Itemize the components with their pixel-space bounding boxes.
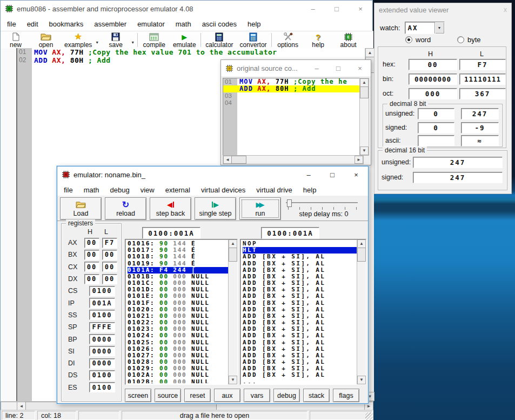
unsigned8-h-field[interactable]: 0 [418, 108, 454, 119]
code-line[interactable] [239, 99, 363, 106]
maximize-button[interactable]: □ [325, 1, 349, 17]
code-line[interactable] [239, 92, 363, 99]
scroll-thumb[interactable] [357, 248, 366, 262]
bin-l-field[interactable]: 11110111 [459, 74, 506, 85]
code-line[interactable]: MOV AX, 77H ;Copy the hex value 701 to t… [34, 48, 365, 56]
toolbar-examples-button[interactable]: ★ examples [61, 31, 95, 49]
minimize-button[interactable]: – [297, 166, 320, 183]
run-button[interactable]: ▶▶ run [239, 197, 281, 220]
source-vscrollbar[interactable]: ▲ ▼ [359, 78, 369, 156]
emu-menu-item-virtual-drive[interactable]: virtual drive [251, 186, 297, 194]
register-bp-field[interactable]: 0000 [89, 334, 115, 344]
slider-track[interactable] [286, 202, 358, 203]
disasm-row[interactable]: ADD [BX + SI], AL [243, 293, 357, 299]
load-button[interactable]: Load [60, 197, 102, 220]
emu-menu-item-help[interactable]: help [298, 186, 322, 194]
menu-item-math[interactable]: math [170, 20, 197, 28]
disasm-row[interactable]: ADD [BX + SI], AL [243, 332, 357, 339]
menu-item-ascii-codes[interactable]: ascii codes [197, 20, 242, 28]
viewer-close-icon[interactable]: x [504, 6, 507, 14]
emu-menu-item-file[interactable]: file [58, 186, 78, 194]
resize-grip[interactable] [365, 412, 373, 420]
register-ds-field[interactable]: 0100 [89, 370, 115, 381]
menu-item-assembler[interactable]: assembler [89, 20, 132, 28]
ascii-h-field[interactable] [418, 135, 454, 146]
close-button[interactable]: × [349, 60, 371, 76]
scroll-down-arrow[interactable]: ▼ [229, 376, 237, 384]
register-ss-field[interactable]: 0100 [89, 310, 115, 320]
minimize-button[interactable]: – [301, 1, 325, 17]
source-hscrollbar[interactable]: ◄ ► [223, 155, 364, 164]
scroll-thumb[interactable] [229, 248, 237, 262]
register-cx-h-field[interactable]: 00 [84, 262, 99, 272]
toolbar-open-button[interactable]: open [31, 31, 61, 49]
emu-menu-item-view[interactable]: view [135, 186, 160, 194]
register-cx-l-field[interactable]: 00 [102, 262, 117, 272]
watch-combobox[interactable]: AX ▼ [405, 22, 445, 34]
scroll-up-arrow[interactable]: ▲ [229, 239, 237, 248]
emu-menu-item-virtual-devices[interactable]: virtual devices [196, 186, 251, 194]
reset-button[interactable]: reset [184, 389, 211, 402]
main-titlebar[interactable]: emu8086 - assembler and microprocessor e… [1, 1, 372, 17]
oct-l-field[interactable]: 367 [459, 88, 506, 99]
menu-item-edit[interactable]: edit [22, 20, 44, 28]
maximize-button[interactable]: □ [320, 166, 344, 183]
memory-row[interactable]: 0102B: 00 000 NULL [128, 379, 228, 383]
scroll-up-arrow[interactable]: ▲ [357, 239, 366, 248]
menu-item-bookmarks[interactable]: bookmarks [44, 20, 89, 28]
hex-l-field[interactable]: F7 [459, 59, 506, 70]
scroll-up-arrow[interactable]: ▲ [360, 78, 369, 87]
oct-h-field[interactable]: 000 [409, 88, 457, 99]
register-si-field[interactable]: 0000 [89, 346, 115, 356]
single-step-button[interactable]: ▶ single step [195, 197, 236, 220]
toolbar-emulate-button[interactable]: ▶ emulate [169, 31, 199, 49]
maximize-button[interactable]: □ [327, 60, 349, 76]
slider-thumb[interactable] [287, 199, 292, 207]
register-di-field[interactable]: 0000 [89, 358, 115, 369]
toolbar-new-button[interactable]: new [1, 31, 31, 49]
toolbar-compile-button[interactable]: compile [139, 31, 169, 49]
toolbar-save-button[interactable]: save [101, 31, 131, 49]
disasm-row[interactable]: ... [243, 379, 357, 383]
hex-h-field[interactable]: 00 [409, 59, 457, 70]
register-ip-field[interactable]: 001A [89, 298, 115, 308]
close-button[interactable]: × [344, 166, 368, 183]
register-ax-h-field[interactable]: 00 [84, 238, 99, 248]
radio-word[interactable]: word [405, 36, 431, 44]
toolbar-help-button[interactable]: ? help [303, 31, 333, 49]
unsigned16-field[interactable]: 247 [413, 157, 503, 168]
disasm-row[interactable]: ADD [BX + SI], AL [243, 254, 357, 260]
scroll-down-arrow[interactable]: ▼ [360, 146, 369, 155]
menu-item-help[interactable]: help [242, 20, 266, 28]
disasm-address-field[interactable]: 0100:001A [261, 227, 319, 239]
chevron-down-icon[interactable]: ▼ [434, 22, 444, 34]
register-dx-l-field[interactable]: 00 [102, 274, 117, 284]
unsigned8-l-field[interactable]: 247 [461, 108, 499, 119]
reload-button[interactable]: ↻ reload [105, 197, 146, 220]
memory-vscrollbar[interactable]: ▲ ▼ [228, 239, 237, 384]
close-button[interactable]: × [349, 1, 372, 17]
scroll-down-arrow[interactable]: ▼ [357, 376, 366, 384]
minimize-button[interactable]: – [306, 60, 327, 76]
code-line[interactable]: ADD AX, 80H ; Add [223, 85, 364, 92]
screen-button[interactable]: screen [125, 389, 151, 402]
disasm-row[interactable]: ADD [BX + SI], AL [243, 339, 357, 346]
toolbar-calculator-button[interactable]: calculator [202, 31, 236, 49]
emu-menu-item-math[interactable]: math [78, 186, 105, 194]
register-cs-field[interactable]: 0100 [89, 286, 115, 296]
source-titlebar[interactable]: original source co... – □ × [221, 60, 371, 76]
toolbar-about-button[interactable]: E about [333, 31, 364, 49]
disasm-row[interactable]: ADD [BX + SI], AL [243, 372, 357, 378]
register-bx-h-field[interactable]: 00 [84, 250, 99, 260]
stack-button[interactable]: stack [303, 389, 330, 402]
disassembly-list[interactable]: NOPHLTADD [BX + SI], ALADD [BX + SI], AL… [240, 239, 366, 385]
memory-list[interactable]: 01016: 90 144 É01017: 90 144 É01018: 90 … [125, 239, 238, 385]
register-dx-h-field[interactable]: 00 [84, 274, 99, 284]
flags-button[interactable]: flags [333, 389, 359, 402]
vars-button[interactable]: vars [244, 389, 270, 402]
menu-item-file[interactable]: file [2, 20, 22, 28]
source-button[interactable]: source [155, 389, 181, 402]
signed16-field[interactable]: 247 [413, 172, 503, 183]
examples-dropdown-arrow[interactable]: ▼ [95, 31, 101, 49]
aux-button[interactable]: aux [214, 389, 240, 402]
